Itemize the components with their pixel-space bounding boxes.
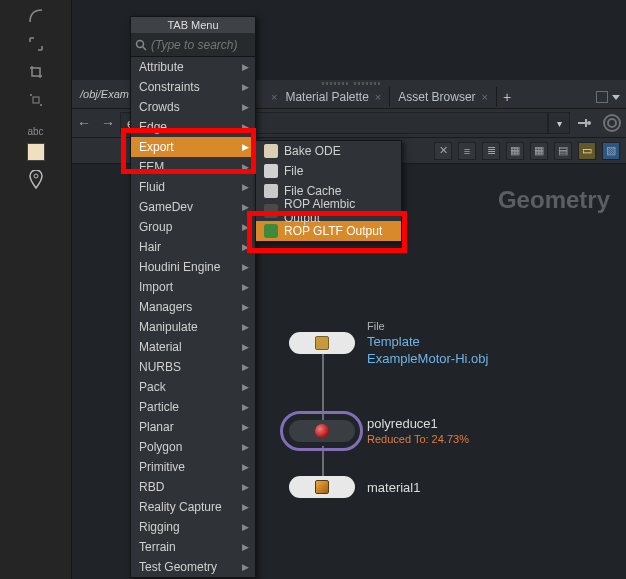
list-view-icon[interactable]: ≣ bbox=[482, 142, 500, 160]
menu-item-import[interactable]: Import▶ bbox=[131, 277, 255, 297]
tree-view-icon[interactable]: ≡ bbox=[458, 142, 476, 160]
submenu-item-label: ROP Alembic Output bbox=[284, 197, 393, 225]
node-material[interactable]: material1 bbox=[289, 476, 420, 498]
radial-icon[interactable] bbox=[598, 112, 626, 134]
menu-item-manipulate[interactable]: Manipulate▶ bbox=[131, 317, 255, 337]
menu-item-pack[interactable]: Pack▶ bbox=[131, 377, 255, 397]
svg-line-6 bbox=[143, 47, 146, 50]
wrench-icon[interactable]: ✕ bbox=[434, 142, 452, 160]
menu-item-label: Polygon bbox=[139, 440, 182, 454]
tool-curve-icon[interactable] bbox=[26, 6, 46, 26]
menu-item-constraints[interactable]: Constraints▶ bbox=[131, 77, 255, 97]
menu-item-label: Planar bbox=[139, 420, 174, 434]
menu-item-primitive[interactable]: Primitive▶ bbox=[131, 457, 255, 477]
close-icon[interactable]: × bbox=[375, 91, 381, 103]
close-icon[interactable]: × bbox=[482, 91, 488, 103]
node-name-label: material1 bbox=[367, 480, 420, 495]
menu-item-label: Edge bbox=[139, 120, 167, 134]
tab-asset-browser[interactable]: Asset Browser × bbox=[390, 87, 497, 107]
submenu-item-icon bbox=[264, 164, 278, 178]
submenu-arrow-icon: ▶ bbox=[242, 522, 249, 532]
breadcrumb-prefix: /obj/Exam bbox=[80, 88, 129, 100]
sticky-icon[interactable]: ▭ bbox=[578, 142, 596, 160]
menu-item-label: Attribute bbox=[139, 60, 184, 74]
menu-item-fem[interactable]: FEM▶ bbox=[131, 157, 255, 177]
menu-item-label: Hair bbox=[139, 240, 161, 254]
menu-item-terrain[interactable]: Terrain▶ bbox=[131, 537, 255, 557]
nav-back-button[interactable]: ← bbox=[72, 109, 96, 137]
path-dropdown-button[interactable]: ▾ bbox=[548, 112, 570, 134]
menu-item-label: Import bbox=[139, 280, 173, 294]
submenu-item-rop-alembic-output[interactable]: ROP Alembic Output bbox=[256, 201, 401, 221]
pane-options[interactable] bbox=[596, 91, 626, 103]
abc-label[interactable]: abc bbox=[27, 126, 43, 137]
svg-point-5 bbox=[137, 40, 144, 47]
menu-item-rigging[interactable]: Rigging▶ bbox=[131, 517, 255, 537]
grid-large-icon[interactable]: ▦ bbox=[530, 142, 548, 160]
submenu-arrow-icon: ▶ bbox=[242, 262, 249, 272]
node-file[interactable]: File Template ExampleMotor-Hi.obj bbox=[289, 320, 488, 366]
menu-item-group[interactable]: Group▶ bbox=[131, 217, 255, 237]
menu-item-crowds[interactable]: Crowds▶ bbox=[131, 97, 255, 117]
svg-point-1 bbox=[30, 94, 32, 96]
menu-item-attribute[interactable]: Attribute▶ bbox=[131, 57, 255, 77]
menu-item-test-geometry[interactable]: Test Geometry▶ bbox=[131, 557, 255, 577]
tool-snap-icon[interactable] bbox=[26, 90, 46, 110]
menu-item-rbd[interactable]: RBD▶ bbox=[131, 477, 255, 497]
menu-item-label: Primitive bbox=[139, 460, 185, 474]
tool-image-icon[interactable] bbox=[27, 143, 45, 161]
menu-item-fluid[interactable]: Fluid▶ bbox=[131, 177, 255, 197]
submenu-arrow-icon: ▶ bbox=[242, 102, 249, 112]
submenu-item-label: Bake ODE bbox=[284, 144, 341, 158]
menu-item-planar[interactable]: Planar▶ bbox=[131, 417, 255, 437]
menu-item-nurbs[interactable]: NURBS▶ bbox=[131, 357, 255, 377]
node-name-label: Template bbox=[367, 334, 488, 349]
menu-item-label: GameDev bbox=[139, 200, 193, 214]
color-view-icon[interactable]: ▧ bbox=[602, 142, 620, 160]
submenu-item-bake-ode[interactable]: Bake ODE bbox=[256, 141, 401, 161]
menu-item-particle[interactable]: Particle▶ bbox=[131, 397, 255, 417]
search-input[interactable] bbox=[151, 38, 302, 52]
search-icon bbox=[135, 38, 147, 52]
pin-icon[interactable] bbox=[570, 112, 598, 134]
menu-item-export[interactable]: Export▶ bbox=[131, 137, 255, 157]
tab-label: Material Palette bbox=[285, 90, 368, 104]
submenu-item-icon bbox=[264, 224, 278, 238]
submenu-arrow-icon: ▶ bbox=[242, 502, 249, 512]
menu-item-polygon[interactable]: Polygon▶ bbox=[131, 437, 255, 457]
menu-item-managers[interactable]: Managers▶ bbox=[131, 297, 255, 317]
menu-item-label: Fluid bbox=[139, 180, 165, 194]
menu-item-houdini-engine[interactable]: Houdini Engine▶ bbox=[131, 257, 255, 277]
node-name-label: polyreduce1 bbox=[367, 416, 469, 431]
nav-forward-button[interactable]: → bbox=[96, 109, 120, 137]
menu-item-reality-capture[interactable]: Reality Capture▶ bbox=[131, 497, 255, 517]
menu-item-gamedev[interactable]: GameDev▶ bbox=[131, 197, 255, 217]
submenu-item-file[interactable]: File bbox=[256, 161, 401, 181]
menu-item-label: Test Geometry bbox=[139, 560, 217, 574]
submenu-arrow-icon: ▶ bbox=[242, 342, 249, 352]
node-detail-label: ExampleMotor-Hi.obj bbox=[367, 351, 488, 366]
menu-item-hair[interactable]: Hair▶ bbox=[131, 237, 255, 257]
tool-crop-icon[interactable] bbox=[26, 62, 46, 82]
submenu-item-label: ROP GLTF Output bbox=[284, 224, 382, 238]
tool-expand-icon[interactable] bbox=[26, 34, 46, 54]
tile-icon[interactable]: ▤ bbox=[554, 142, 572, 160]
submenu-arrow-icon: ▶ bbox=[242, 322, 249, 332]
menu-item-edge[interactable]: Edge▶ bbox=[131, 117, 255, 137]
add-tab-button[interactable]: + bbox=[497, 87, 517, 107]
grid-small-icon[interactable]: ▦ bbox=[506, 142, 524, 160]
tool-marker-icon[interactable] bbox=[27, 171, 45, 189]
menu-item-label: Crowds bbox=[139, 100, 180, 114]
submenu-arrow-icon: ▶ bbox=[242, 142, 249, 152]
node-polyreduce[interactable]: polyreduce1 Reduced To: 24.73% bbox=[289, 416, 469, 445]
svg-point-3 bbox=[34, 174, 38, 178]
submenu-item-rop-gltf-output[interactable]: ROP GLTF Output bbox=[256, 221, 401, 241]
menu-item-material[interactable]: Material▶ bbox=[131, 337, 255, 357]
submenu-item-icon bbox=[264, 144, 278, 158]
tab-material-palette[interactable]: Material Palette × bbox=[277, 87, 390, 107]
menu-item-label: Terrain bbox=[139, 540, 176, 554]
submenu-arrow-icon: ▶ bbox=[242, 562, 249, 572]
submenu-arrow-icon: ▶ bbox=[242, 442, 249, 452]
submenu-arrow-icon: ▶ bbox=[242, 242, 249, 252]
node-type-label: File bbox=[367, 320, 488, 332]
